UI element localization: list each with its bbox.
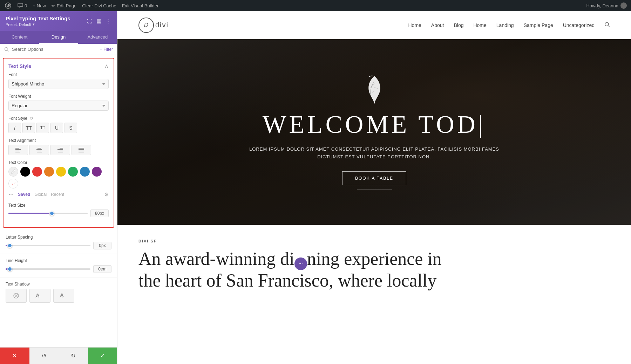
font-row: Font Shippori Mincho <box>8 72 109 89</box>
text-shadow-none[interactable] <box>6 289 27 303</box>
text-shadow-options: AA AA <box>6 289 111 303</box>
green-swatch[interactable] <box>68 167 78 177</box>
underline-button[interactable]: U <box>50 123 63 133</box>
tab-content[interactable]: Content <box>0 31 39 44</box>
titlecase-button[interactable]: TT <box>36 123 49 133</box>
strikethrough-button[interactable]: S <box>65 123 77 133</box>
color-settings-icon[interactable]: ⚙ <box>104 192 109 197</box>
nav-blog[interactable]: Blog <box>454 22 463 28</box>
font-style-reset-icon[interactable]: ↺ <box>29 116 33 121</box>
yellow-swatch[interactable] <box>56 167 66 177</box>
fullscreen-icon[interactable]: ⛶ <box>86 18 93 25</box>
panel-tabs: Content Design Advanced <box>0 31 117 44</box>
nav-sample[interactable]: Sample Page <box>524 22 553 28</box>
wp-logo-icon[interactable]: W <box>4 2 12 9</box>
exit-builder-link[interactable]: Exit Visual Builder <box>122 3 159 8</box>
align-justify-button[interactable] <box>72 145 91 155</box>
tab-advanced[interactable]: Advanced <box>78 31 117 44</box>
text-size-row: Text Size 80px <box>8 203 109 217</box>
text-size-thumb[interactable] <box>49 211 54 216</box>
logo-circle: D <box>138 18 154 33</box>
font-style-buttons: I TT TT U S <box>8 123 109 133</box>
hero-cta-button[interactable]: BOOK A TABLE <box>342 171 406 185</box>
line-height-thumb[interactable] <box>7 267 12 272</box>
action-bar: ✕ ↺ ↻ ✓ <box>0 347 117 364</box>
text-color-label: Text Color <box>8 160 109 165</box>
font-weight-label: Font Weight <box>8 94 109 99</box>
grid-icon[interactable]: ▦ <box>96 17 102 25</box>
italic-button[interactable]: I <box>8 123 21 133</box>
letter-spacing-thumb[interactable] <box>7 243 12 248</box>
search-input[interactable] <box>12 47 97 52</box>
hero-cta-line <box>357 190 392 190</box>
nav-home2[interactable]: Home <box>473 22 486 28</box>
line-height-track <box>6 268 90 270</box>
purple-swatch[interactable] <box>92 167 102 177</box>
cancel-button[interactable]: ✕ <box>0 348 29 364</box>
site-header: D divi Home About Blog Home Landing Samp… <box>117 11 631 39</box>
line-height-value[interactable]: 0em <box>93 265 111 273</box>
bold-button[interactable]: TT <box>22 123 35 133</box>
text-style-section: Text Style ∧ Font Shippori Mincho Font W… <box>3 58 114 228</box>
nav-uncategorized[interactable]: Uncategorized <box>563 22 595 28</box>
redo-button[interactable]: ↻ <box>59 348 88 364</box>
eyedropper-swatch[interactable] <box>8 167 18 177</box>
site-preview: D divi Home About Blog Home Landing Samp… <box>117 11 631 364</box>
more-colors-icon[interactable]: ··· <box>8 191 14 198</box>
custom-color-swatch[interactable] <box>8 179 18 188</box>
search-bar: + Filter <box>0 44 117 55</box>
new-content-link[interactable]: + New <box>33 3 46 8</box>
align-center-button[interactable] <box>29 145 49 155</box>
align-right-button[interactable] <box>50 145 70 155</box>
panel-title: Pixel Typing Text Settings <box>6 15 70 21</box>
settings-panel: Pixel Typing Text Settings Preset: Defau… <box>0 11 117 364</box>
recent-tab[interactable]: Recent <box>51 192 64 197</box>
module-options-dot[interactable]: ··· <box>294 257 307 270</box>
below-heading: An award-winning di···ning experience in… <box>138 248 610 292</box>
filter-button[interactable]: + Filter <box>100 47 113 52</box>
save-button[interactable]: ✓ <box>88 348 117 364</box>
text-size-track <box>8 213 88 214</box>
more-options-icon[interactable]: ⋮ <box>105 17 111 25</box>
below-fold: DIVI SF An award-winning di···ning exper… <box>117 225 631 364</box>
edit-page-link[interactable]: ✏ Edit Page <box>52 3 76 8</box>
align-left-button[interactable] <box>8 145 28 155</box>
line-height-section: Line Height 0em <box>0 254 117 277</box>
site-search-icon[interactable] <box>604 22 610 29</box>
nav-about[interactable]: About <box>431 22 444 28</box>
text-shadow-option-2[interactable]: AA <box>29 289 50 303</box>
comments-icon-link[interactable]: 0 <box>18 3 27 8</box>
blue-swatch[interactable] <box>80 167 90 177</box>
font-select[interactable]: Shippori Mincho <box>8 79 109 89</box>
nav-home[interactable]: Home <box>408 22 421 28</box>
letter-spacing-section: Letter Spacing 0px <box>0 231 117 254</box>
text-shadow-label: Text Shadow <box>6 282 111 287</box>
font-weight-select[interactable]: Regular <box>8 101 109 111</box>
site-logo: D divi <box>138 18 169 33</box>
hero-subtitle: LOREM IPSUM DOLOR SIT AMET CONSECTETUR A… <box>243 145 506 161</box>
global-tab[interactable]: Global <box>34 192 47 197</box>
collapse-icon[interactable]: ∧ <box>104 63 109 69</box>
nav-landing[interactable]: Landing <box>496 22 514 28</box>
svg-text:W: W <box>6 4 11 8</box>
text-size-slider-row: 80px <box>8 210 109 217</box>
black-swatch[interactable] <box>20 167 30 177</box>
undo-button[interactable]: ↺ <box>29 348 59 364</box>
text-size-value[interactable]: 80px <box>90 210 109 217</box>
saved-tab[interactable]: Saved <box>18 192 30 197</box>
orange-swatch[interactable] <box>44 167 54 177</box>
letter-spacing-value[interactable]: 0px <box>93 242 111 249</box>
panel-preset: Preset: Default ▾ <box>6 22 70 27</box>
section-header[interactable]: Text Style ∧ <box>4 59 114 72</box>
text-alignment-label: Text Alignment <box>8 138 109 143</box>
section-title: Text Style <box>8 63 31 69</box>
site-nav: Home About Blog Home Landing Sample Page… <box>408 22 610 29</box>
clear-cache-link[interactable]: Clear Divi Cache <box>82 3 116 8</box>
below-heading-text: An award-winning di···ning experience in <box>138 249 442 269</box>
tab-design[interactable]: Design <box>39 31 78 44</box>
comments-count: 0 <box>25 3 27 8</box>
color-tab-bar: ··· Saved Global Recent ⚙ <box>8 191 109 198</box>
font-style-row: Font Style ↺ I TT TT U S <box>8 116 109 133</box>
text-shadow-option-3[interactable]: AA <box>53 289 74 303</box>
red-swatch[interactable] <box>32 167 42 177</box>
